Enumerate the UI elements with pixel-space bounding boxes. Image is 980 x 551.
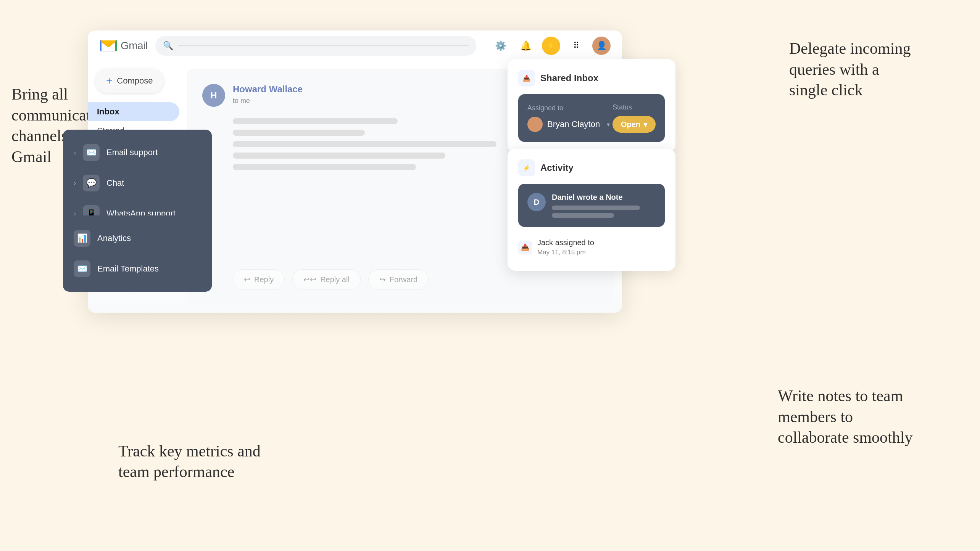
email-actions: ↩ Reply ↩↩ Reply all ↪ Forward [202, 269, 599, 290]
status-col: Status Open ▾ [612, 103, 656, 133]
activity-desc: Jack assigned to May 11, 8:15 pm [537, 238, 594, 256]
reply-all-button[interactable]: ↩↩ Reply all [292, 269, 361, 290]
compose-button[interactable]: + Compose [95, 69, 164, 93]
content-line-2 [233, 130, 365, 136]
header-icons: ⚙️ 🔔 ⚡ ⠿ 👤 [492, 37, 611, 55]
note-text: Daniel wrote a Note [552, 193, 656, 202]
channel-item-chat[interactable]: › 💬 Chat [63, 168, 212, 198]
activity-timestamp: May 11, 8:15 pm [537, 249, 594, 256]
avatar-icon: 👤 [596, 41, 607, 51]
search-line [178, 45, 469, 46]
assignee-avatar [527, 117, 543, 132]
note-card: D Daniel wrote a Note [518, 184, 665, 227]
channel-item-email[interactable]: › ✉️ Email support [63, 137, 212, 168]
content-line-4 [233, 153, 445, 159]
plus-icon: + [106, 75, 112, 87]
status-dropdown-icon: ▾ [643, 120, 647, 129]
annotation-top-right: Delegate incoming queries with a single … [789, 38, 934, 101]
apps-button[interactable]: ⠿ [567, 37, 585, 55]
gmail-title-text: Gmail [121, 40, 148, 52]
gmail-logo: Gmail [99, 39, 148, 53]
bell-icon: 🔔 [520, 40, 532, 51]
chevron-icon-2: › [74, 179, 76, 187]
email-channel-icon: ✉️ [83, 144, 100, 161]
grid-icon: ⠿ [573, 41, 579, 51]
assignee-row: Bryan Clayton ▾ [527, 117, 610, 132]
forward-button[interactable]: ↪ Forward [368, 269, 429, 290]
activity-header: ⚡ Activity [518, 159, 665, 176]
sidebar-item-inbox[interactable]: Inbox [88, 102, 179, 121]
gmail-header: Gmail 🔍 ⚙️ 🔔 ⚡ ⠿ 👤 [88, 31, 622, 61]
annotation-bottom: Track key metrics and team performance [118, 441, 271, 482]
content-line-3 [233, 141, 496, 147]
note-line-2 [552, 213, 614, 218]
templates-icon: ✉️ [74, 260, 90, 277]
content-line-5 [233, 164, 416, 170]
assigned-to-col: Assigned to Bryan Clayton ▾ [527, 104, 610, 132]
shared-inbox-panel: 📥 Shared Inbox Assigned to Bryan Clayton… [508, 59, 675, 153]
note-line-1 [552, 206, 640, 210]
forward-icon: ↪ [379, 275, 386, 284]
assignee-name: Bryan Clayton [547, 119, 600, 129]
lightning-button[interactable]: ⚡ [542, 37, 560, 55]
reply-icon: ↩ [244, 275, 250, 284]
note-lines [552, 206, 656, 218]
activity-footer: 📥 Jack assigned to May 11, 8:15 pm [518, 235, 665, 260]
chat-channel-icon: 💬 [83, 175, 100, 191]
dropdown-arrow-icon[interactable]: ▾ [607, 121, 610, 128]
annotation-bottom-right: Write notes to team members to collabora… [778, 386, 938, 448]
gear-icon: ⚙️ [495, 40, 506, 51]
content-line-1 [233, 118, 398, 124]
assigned-to-label: Assigned to [527, 104, 610, 112]
reply-button[interactable]: ↩ Reply [233, 269, 285, 290]
status-label: Status [612, 103, 656, 111]
status-badge[interactable]: Open ▾ [612, 116, 656, 133]
assigned-card: Assigned to Bryan Clayton ▾ Status Open … [518, 94, 665, 142]
analytics-item-templates[interactable]: ✉️ Email Templates [63, 254, 212, 284]
notifications-button[interactable]: 🔔 [517, 37, 535, 55]
gmail-logo-icon [99, 39, 118, 53]
settings-button[interactable]: ⚙️ [492, 37, 510, 55]
user-avatar[interactable]: 👤 [592, 37, 611, 55]
activity-title: Activity [540, 162, 574, 173]
chevron-icon: › [74, 149, 76, 157]
shared-inbox-icon: 📥 [518, 70, 535, 87]
analytics-panel: 📊 Analytics ✉️ Email Templates [63, 215, 212, 292]
shared-inbox-title: Shared Inbox [540, 73, 598, 84]
search-bar[interactable]: 🔍 [155, 36, 476, 56]
analytics-icon: 📊 [74, 230, 90, 247]
search-icon: 🔍 [163, 41, 173, 51]
reply-all-icon: ↩↩ [303, 275, 316, 284]
activity-icon: ⚡ [518, 159, 535, 176]
sender-avatar: H [202, 84, 225, 107]
activity-inbox-icon: 📥 [518, 241, 532, 254]
lightning-icon: ⚡ [546, 41, 556, 51]
status-text: Open [621, 120, 640, 129]
note-author-avatar: D [527, 193, 546, 211]
activity-panel: ⚡ Activity D Daniel wrote a Note 📥 Jack … [508, 149, 675, 271]
compose-label: Compose [117, 76, 153, 86]
main-container: Delegate incoming queries with a single … [0, 0, 980, 551]
analytics-item-analytics[interactable]: 📊 Analytics [63, 223, 212, 254]
note-content: Daniel wrote a Note [552, 193, 656, 218]
shared-inbox-header: 📥 Shared Inbox [518, 70, 665, 87]
activity-user: Jack assigned to [537, 238, 594, 247]
